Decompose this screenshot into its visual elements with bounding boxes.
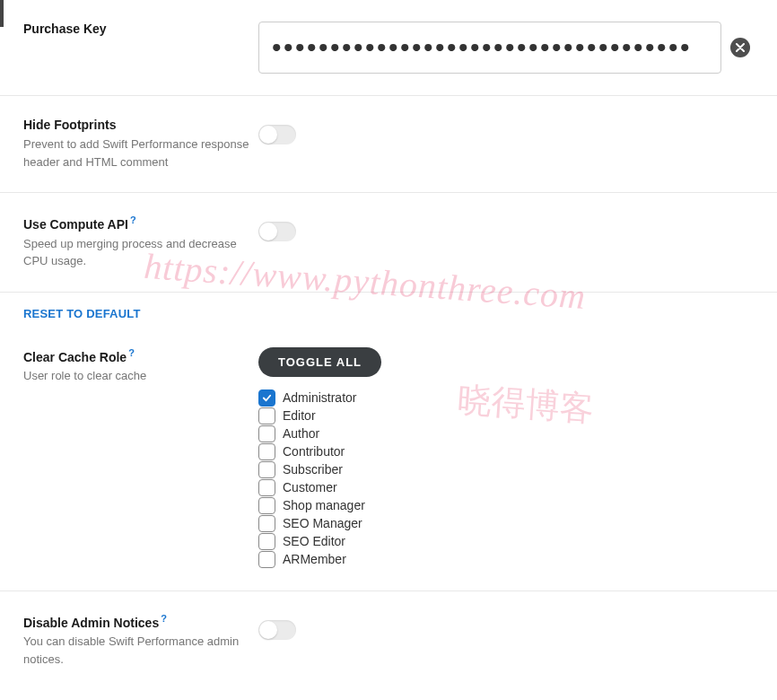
hide-footprints-desc: Prevent to add Swift Performance respons… (23, 136, 249, 171)
role-checkbox[interactable] (258, 389, 275, 407)
role-label: ARMember (283, 552, 346, 566)
role-item: ARMember (258, 551, 750, 568)
clear-cache-role-label: Clear Cache Role? (23, 347, 249, 364)
clear-cache-role-desc: User role to clear cache (23, 367, 249, 385)
disable-admin-notices-row: Disable Admin Notices? You can disable S… (0, 591, 777, 690)
clear-key-icon[interactable] (730, 38, 750, 57)
role-item: SEO Manager (258, 515, 750, 532)
role-checkbox[interactable] (258, 479, 275, 496)
clear-cache-role-label-text: Clear Cache Role (23, 349, 127, 363)
sidebar-indicator (0, 0, 4, 27)
hide-footprints-label: Hide Footprints (23, 118, 249, 132)
role-item: Administrator (258, 389, 750, 407)
role-item: Subscriber (258, 461, 750, 478)
role-checkbox[interactable] (258, 461, 275, 478)
hide-footprints-toggle[interactable] (258, 125, 296, 144)
role-item: Customer (258, 479, 750, 496)
clear-cache-role-row: Clear Cache Role? User role to clear cac… (0, 326, 777, 591)
role-checkbox[interactable] (258, 497, 275, 514)
role-checkbox[interactable] (258, 443, 275, 460)
hide-footprints-row: Hide Footprints Prevent to add Swift Per… (0, 96, 777, 193)
use-compute-api-row: Use Compute API? Speed up merging proces… (0, 193, 777, 293)
help-icon[interactable]: ? (161, 613, 167, 624)
disable-admin-notices-toggle[interactable] (258, 620, 296, 640)
role-label: Contributor (283, 444, 345, 459)
role-label: SEO Editor (283, 534, 345, 548)
role-item: Editor (258, 407, 750, 424)
reset-to-default-link[interactable]: RESET TO DEFAULT (0, 293, 777, 326)
disable-admin-notices-desc: You can disable Swift Performance admin … (23, 633, 249, 668)
role-label: SEO Manager (283, 516, 362, 530)
role-checkbox[interactable] (258, 407, 275, 424)
use-compute-api-desc: Speed up merging process and decrease CP… (23, 235, 249, 270)
role-label: Author (283, 426, 319, 441)
role-checkbox[interactable] (258, 551, 275, 568)
use-compute-api-label: Use Compute API? (23, 214, 249, 232)
purchase-key-label: Purchase Key (23, 22, 249, 36)
role-list: AdministratorEditorAuthorContributorSubs… (258, 389, 750, 568)
use-compute-api-label-text: Use Compute API (23, 217, 128, 232)
toggle-all-button[interactable]: TOGGLE ALL (258, 347, 381, 377)
role-label: Shop manager (283, 498, 365, 512)
disable-admin-notices-label: Disable Admin Notices? (23, 613, 249, 630)
role-checkbox[interactable] (258, 425, 275, 442)
purchase-key-input[interactable] (258, 22, 721, 74)
role-item: Author (258, 425, 750, 442)
role-item: Shop manager (258, 497, 750, 514)
role-checkbox[interactable] (258, 533, 275, 550)
help-icon[interactable]: ? (128, 347, 135, 358)
role-label: Administrator (283, 390, 356, 405)
disable-admin-notices-label-text: Disable Admin Notices (23, 615, 159, 629)
role-item: SEO Editor (258, 533, 750, 550)
purchase-key-row: Purchase Key (0, 0, 777, 96)
use-compute-api-toggle[interactable] (258, 222, 296, 241)
role-label: Customer (283, 480, 337, 494)
role-checkbox[interactable] (258, 515, 275, 532)
help-icon[interactable]: ? (130, 214, 136, 225)
role-label: Subscriber (283, 462, 343, 477)
role-item: Contributor (258, 443, 750, 460)
role-label: Editor (283, 408, 316, 423)
